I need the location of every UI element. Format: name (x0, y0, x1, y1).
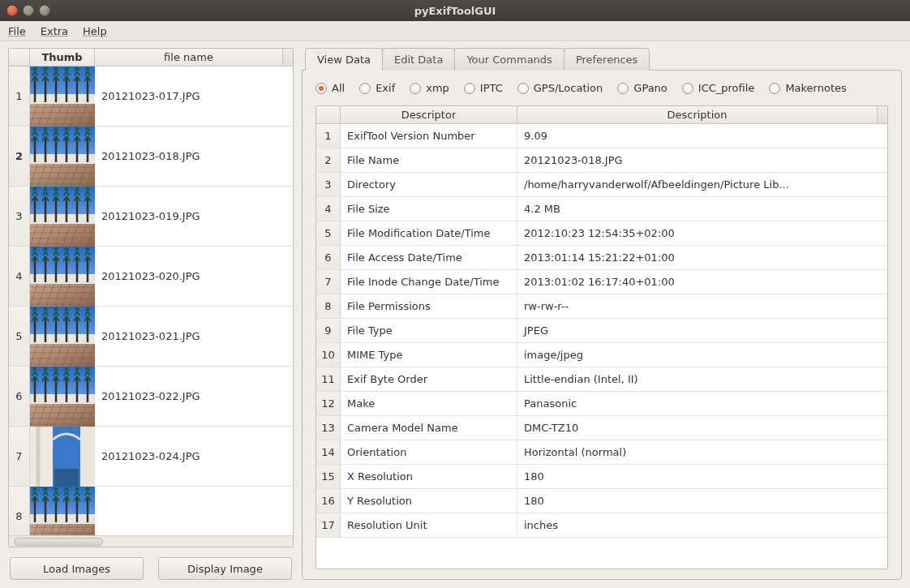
filter-radio-gps-location[interactable]: GPS/Location (517, 82, 603, 94)
meta-value: 4.2 MB (517, 197, 887, 221)
meta-descriptor: Make (341, 392, 517, 415)
radio-label: All (332, 82, 345, 94)
filter-radio-makernotes[interactable]: Makernotes (769, 82, 846, 94)
radio-label: Exif (376, 82, 395, 94)
svg-rect-135 (30, 427, 53, 487)
meta-descriptor: File Type (341, 319, 517, 342)
meta-value: 2012:10:23 12:54:35+02:00 (517, 221, 887, 245)
svg-rect-23 (30, 162, 95, 187)
meta-row-number: 3 (316, 173, 341, 196)
load-images-button[interactable]: Load Images (10, 557, 144, 580)
filter-radio-gpano[interactable]: GPano (617, 82, 667, 94)
svg-rect-153 (30, 514, 95, 524)
meta-row-number: 5 (316, 221, 341, 245)
svg-rect-89 (30, 342, 95, 367)
meta-descriptor: File Access Date/Time (341, 246, 517, 269)
metadata-row[interactable]: 3 Directory /home/harryvanderwolf/Afbeel… (316, 173, 887, 197)
meta-descriptor: File Modification Date/Time (341, 221, 517, 245)
meta-row-number: 11 (316, 367, 341, 391)
menu-extra[interactable]: Extra (41, 25, 68, 37)
metadata-row[interactable]: 1 ExifTool Version Number 9.09 (316, 124, 887, 148)
metadata-row[interactable]: 2 File Name 20121023-018.JPG (316, 148, 887, 173)
radio-icon (769, 83, 780, 94)
thumb-header-filename[interactable]: file name (95, 49, 283, 66)
metadata-row[interactable]: 10 MIME Type image/jpeg (316, 343, 887, 367)
thumb-row[interactable]: 5 20121023-021.JPG (9, 307, 293, 367)
metadata-row[interactable]: 16 Y Resolution 180 (316, 489, 887, 513)
metadata-row[interactable]: 8 File Permissions rw-rw-r-- (316, 294, 887, 319)
meta-value: 180 (517, 489, 887, 513)
meta-header-description[interactable]: Description (517, 106, 878, 123)
thumbnail-image (30, 307, 95, 366)
svg-rect-81 (30, 274, 95, 284)
thumb-row-number: 7 (9, 427, 30, 486)
menu-help[interactable]: Help (83, 25, 107, 37)
metadata-row[interactable]: 7 File Inode Change Date/Time 2013:01:02… (316, 270, 887, 294)
filter-radio-exif[interactable]: Exif (359, 82, 395, 94)
meta-descriptor: X Resolution (341, 465, 517, 488)
meta-value: 2013:01:14 15:21:22+01:00 (517, 246, 887, 269)
thumb-header-rownum (9, 49, 30, 66)
metadata-row[interactable]: 6 File Access Date/Time 2013:01:14 15:21… (316, 246, 887, 270)
tab-your-commands[interactable]: Your Commands (454, 48, 564, 71)
thumb-row[interactable]: 6 20121023-022.JPG (9, 367, 293, 427)
filter-radio-xmp[interactable]: xmp (410, 82, 449, 94)
thumb-row[interactable]: 7 20121023-024.JPG (9, 427, 293, 487)
radio-icon (410, 83, 421, 94)
thumbnail-image (30, 67, 95, 126)
svg-rect-1 (30, 102, 95, 127)
thumbnail-image (30, 427, 95, 486)
meta-descriptor: MIME Type (341, 343, 517, 367)
tab-view-data[interactable]: View Data (305, 48, 383, 71)
meta-row-number: 10 (316, 343, 341, 367)
radio-icon (464, 83, 475, 94)
filter-radio-iptc[interactable]: IPTC (464, 82, 503, 94)
thumb-filename: 20121023-022.JPG (95, 367, 293, 426)
meta-row-number: 2 (316, 148, 341, 172)
tab-preferences[interactable]: Preferences (564, 48, 650, 71)
radio-label: ICC_profile (698, 82, 755, 94)
tab-edit-data[interactable]: Edit Data (382, 48, 455, 71)
meta-row-number: 13 (316, 416, 341, 440)
meta-row-number: 1 (316, 124, 341, 148)
thumb-filename: 20121023-017.JPG (95, 67, 293, 126)
metadata-row[interactable]: 9 File Type JPEG (316, 319, 887, 343)
meta-descriptor: File Name (341, 148, 517, 172)
radio-label: xmp (426, 82, 449, 94)
thumb-row[interactable]: 8 (9, 487, 293, 535)
menu-file[interactable]: File (8, 25, 26, 37)
metadata-row[interactable]: 14 Orientation Horizontal (normal) (316, 440, 887, 465)
horizontal-scrollbar[interactable] (9, 535, 293, 547)
menubar: File Extra Help (0, 21, 910, 41)
meta-header-descriptor[interactable]: Descriptor (341, 106, 517, 123)
metadata-row[interactable]: 5 File Modification Date/Time 2012:10:23… (316, 221, 887, 246)
meta-value: Little-endian (Intel, II) (517, 367, 887, 391)
metadata-row[interactable]: 15 X Resolution 180 (316, 465, 887, 489)
metadata-row[interactable]: 12 Make Panasonic (316, 392, 887, 416)
svg-rect-59 (30, 214, 95, 224)
thumb-row[interactable]: 2 20121023-018.JPG (9, 127, 293, 187)
thumb-filename (95, 487, 293, 535)
metadata-row[interactable]: 17 Resolution Unit inches (316, 513, 887, 538)
filter-radio-all[interactable]: All (315, 82, 345, 94)
svg-rect-139 (30, 522, 95, 535)
meta-value: image/jpeg (517, 343, 887, 367)
thumb-row[interactable]: 3 20121023-019.JPG (9, 187, 293, 247)
filter-radio-icc-profile[interactable]: ICC_profile (682, 82, 755, 94)
thumb-header-thumb[interactable]: Thumb (30, 49, 95, 66)
meta-value: rw-rw-r-- (517, 294, 887, 318)
radio-icon (315, 83, 327, 94)
metadata-row[interactable]: 11 Exif Byte Order Little-endian (Intel,… (316, 367, 887, 392)
meta-descriptor: Resolution Unit (341, 513, 517, 537)
thumb-row[interactable]: 1 20121023-017.JPG (9, 67, 293, 127)
metadata-row[interactable]: 13 Camera Model Name DMC-TZ10 (316, 416, 887, 440)
meta-row-number: 12 (316, 392, 341, 415)
metadata-row[interactable]: 4 File Size 4.2 MB (316, 197, 887, 221)
thumb-row-number: 2 (9, 127, 30, 186)
thumb-row[interactable]: 4 20121023-020.JPG (9, 247, 293, 307)
display-image-button[interactable]: Display Image (158, 557, 292, 580)
meta-row-number: 4 (316, 197, 341, 221)
meta-row-number: 6 (316, 246, 341, 269)
thumb-row-number: 4 (9, 247, 30, 306)
meta-row-number: 7 (316, 270, 341, 294)
